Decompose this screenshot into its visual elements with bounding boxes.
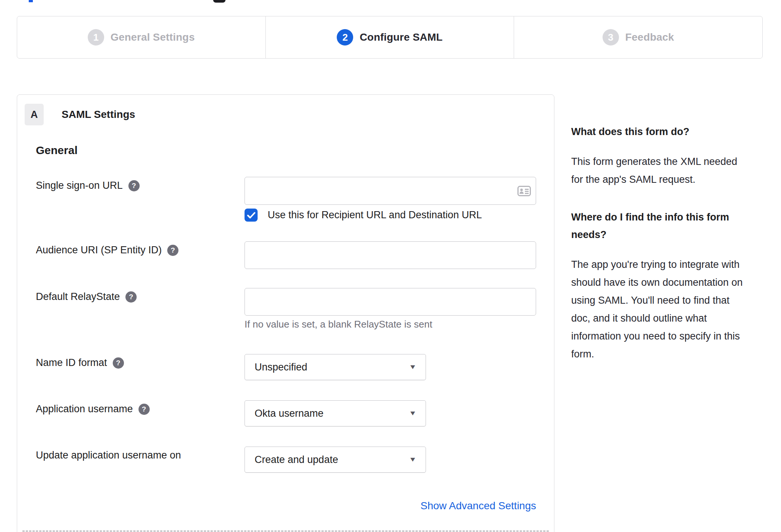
sso-url-label-row: Single sign-on URL ?	[36, 180, 239, 191]
help-icon[interactable]: ?	[128, 180, 140, 191]
nameid-format-label-row: Name ID format ?	[36, 357, 239, 369]
help-icon[interactable]: ?	[125, 291, 137, 303]
sidebar-heading-what: What does this form do?	[571, 123, 776, 141]
wizard-stepper: 1 General Settings 2 Configure SAML 3 Fe…	[17, 16, 763, 59]
section-letter-badge: A	[25, 104, 44, 125]
help-icon[interactable]: ?	[113, 357, 124, 369]
help-icon[interactable]: ?	[167, 245, 178, 256]
sidebar-paragraph: This form generates the XML needed for t…	[571, 153, 776, 188]
update-username-label-row: Update application username on	[36, 450, 239, 461]
step-number-badge: 2	[337, 29, 353, 46]
saml-settings-panel: A SAML Settings General Single sign-on U…	[17, 94, 554, 532]
relaystate-hint: If no value is set, a blank RelayState i…	[245, 319, 432, 330]
nameid-format-select[interactable]: Unspecified ▼	[245, 354, 426, 380]
step-feedback[interactable]: 3 Feedback	[514, 16, 762, 58]
sidebar-text-line: doc, and it should outline what	[571, 309, 776, 327]
audience-uri-input[interactable]	[245, 241, 536, 269]
step-label: Configure SAML	[360, 31, 442, 43]
sidebar-heading-line: Where do I find the info this form	[571, 212, 729, 223]
section-title: SAML Settings	[62, 109, 135, 121]
recipient-url-checkbox[interactable]	[245, 209, 258, 222]
sidebar-spacer	[571, 188, 776, 209]
app-username-label: Application username	[36, 403, 133, 415]
cutoff-logo-fragment	[29, 0, 33, 2]
recipient-url-checkbox-label: Use this for Recipient URL and Destinati…	[268, 209, 482, 221]
sidebar-text-line: form.	[571, 345, 776, 363]
help-sidebar: What does this form do? This form genera…	[571, 123, 776, 363]
sidebar-text-line: using SAML. You'll need to find that	[571, 291, 776, 309]
section-dashed-divider	[22, 531, 549, 532]
help-icon[interactable]: ?	[139, 404, 150, 415]
nameid-format-value: Unspecified	[255, 362, 307, 373]
relaystate-input[interactable]	[245, 288, 536, 316]
sidebar-heading-line: needs?	[571, 229, 607, 240]
sso-url-label: Single sign-on URL	[36, 180, 123, 191]
step-number-badge: 1	[88, 29, 104, 46]
nameid-format-label: Name ID format	[36, 357, 107, 369]
check-icon	[247, 212, 255, 219]
cutoff-icon-fragment	[213, 0, 225, 3]
chevron-down-icon: ▼	[409, 410, 417, 417]
sidebar-text-line: should have its own documentation on	[571, 273, 776, 291]
step-configure-saml[interactable]: 2 Configure SAML	[265, 16, 514, 58]
sidebar-text-line: information you need to specify in this	[571, 327, 776, 345]
section-header: A SAML Settings	[25, 104, 135, 125]
update-username-select[interactable]: Create and update ▼	[245, 447, 426, 473]
relaystate-label: Default RelayState	[36, 291, 120, 303]
step-number-badge: 3	[603, 29, 619, 46]
step-label: Feedback	[625, 31, 674, 43]
update-username-value: Create and update	[255, 454, 338, 466]
audience-uri-label: Audience URI (SP Entity ID)	[36, 244, 162, 256]
app-username-label-row: Application username ?	[36, 403, 239, 415]
audience-uri-label-row: Audience URI (SP Entity ID) ?	[36, 244, 239, 256]
sidebar-paragraph: The app you're trying to integrate with …	[571, 256, 776, 363]
chevron-down-icon: ▼	[409, 456, 417, 463]
chevron-down-icon: ▼	[409, 363, 417, 371]
show-advanced-settings-link[interactable]: Show Advanced Settings	[420, 500, 536, 512]
sso-url-input[interactable]	[245, 177, 536, 205]
sidebar-text-line: This form generates the XML needed	[571, 153, 776, 170]
recipient-url-checkbox-row: Use this for Recipient URL and Destinati…	[245, 209, 482, 222]
step-general-settings[interactable]: 1 General Settings	[17, 16, 265, 58]
step-label: General Settings	[111, 31, 195, 43]
app-username-select[interactable]: Okta username ▼	[245, 400, 426, 426]
group-title-general: General	[36, 144, 78, 157]
update-username-label: Update application username on	[36, 450, 181, 461]
sidebar-heading-where: Where do I find the info this form needs…	[571, 209, 776, 244]
sidebar-text-line: The app you're trying to integrate with	[571, 256, 776, 273]
relaystate-label-row: Default RelayState ?	[36, 291, 239, 303]
app-username-value: Okta username	[255, 408, 324, 419]
sidebar-text-line: for the app's SAML request.	[571, 170, 776, 188]
